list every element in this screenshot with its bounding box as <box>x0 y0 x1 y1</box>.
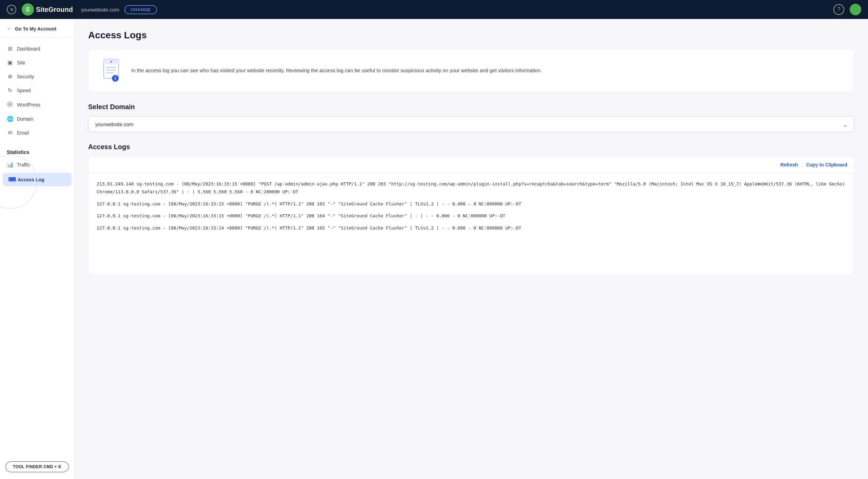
goto-account-link[interactable]: ← Go To My Account <box>0 19 74 38</box>
logo-text: SiteGround <box>36 6 73 14</box>
sidebar-item-label: Speed <box>17 88 31 93</box>
help-icon: ? <box>837 6 841 13</box>
sidebar-access-log-label: Access Log <box>18 177 44 182</box>
sidebar-item-label: Security <box>17 74 34 79</box>
goto-account-label: Go To My Account <box>15 26 56 32</box>
copy-to-clipboard-button[interactable]: Copy to Clipboard <box>806 162 847 167</box>
tool-finder-button[interactable]: TOOL FINDER CMD + K <box>5 461 69 472</box>
main-layout: ← Go To My Account ⊞ Dashboard ▣ Site ⊕ … <box>0 19 868 479</box>
info-banner-text: In the access log you can see who has vi… <box>131 66 542 75</box>
domain-icon: 🌐 <box>7 116 13 122</box>
current-domain: yourwebsite.com <box>81 7 119 13</box>
sidebar-item-label: Domain <box>17 116 33 122</box>
sidebar-item-security[interactable]: ⊕ Security <box>0 69 74 83</box>
page-title: Access Logs <box>88 30 854 41</box>
info-banner: i In the access log you can see who has … <box>88 49 854 92</box>
sidebar-item-site[interactable]: ▣ Site <box>0 56 74 69</box>
logo: S SiteGround <box>22 3 73 16</box>
logs-section: Refresh Copy to Clipboard 213.91.249.148… <box>88 156 854 275</box>
logs-toolbar: Refresh Copy to Clipboard <box>88 156 854 173</box>
wordpress-icon: Ⓦ <box>7 101 13 108</box>
topnav-right-actions: ? <box>833 4 861 15</box>
sidebar-navigation: ⊞ Dashboard ▣ Site ⊕ Security ↻ Speed Ⓦ … <box>0 38 74 144</box>
email-icon: ✉ <box>7 129 13 136</box>
sidebar-item-label: WordPress <box>17 102 40 107</box>
log-entry-4: 127.0.0.1 sg-testing.com - [08/May/2023:… <box>97 224 846 232</box>
select-domain-title: Select Domain <box>88 103 854 111</box>
sidebar-traffic-label: Traffic <box>17 162 30 167</box>
sidebar: ← Go To My Account ⊞ Dashboard ▣ Site ⊕ … <box>0 19 75 479</box>
sidebar-item-domain[interactable]: 🌐 Domain <box>0 112 74 126</box>
sidebar-item-email[interactable]: ✉ Email <box>0 126 74 140</box>
refresh-button[interactable]: Refresh <box>781 162 798 167</box>
sidebar-item-label: Dashboard <box>17 46 40 52</box>
log-entry-2: 127.0.0.1 sg-testing.com - [08/May/2023:… <box>97 200 846 208</box>
sidebar-item-access-log[interactable]: ⌨ Access Log <box>3 173 72 186</box>
user-avatar[interactable] <box>850 4 861 15</box>
site-icon: ▣ <box>7 59 13 66</box>
log-entry-1: 213.91.249.148 sg-testing.com - [08/May/… <box>97 180 846 196</box>
svg-point-5 <box>110 61 112 63</box>
sidebar-item-dashboard[interactable]: ⊞ Dashboard <box>0 42 74 56</box>
access-logs-section-title: Access Logs <box>88 143 854 151</box>
traffic-icon: 📊 <box>7 161 13 168</box>
speed-icon: ↻ <box>7 87 13 94</box>
sidebar-item-traffic[interactable]: 📊 Traffic <box>0 158 74 172</box>
main-content: Access Logs i In the access log you can … <box>75 19 868 479</box>
svg-text:i: i <box>115 76 116 81</box>
domain-select[interactable]: yourwebsite.com <box>88 116 854 132</box>
back-arrow-icon: ← <box>7 26 12 32</box>
security-icon: ⊕ <box>7 73 13 80</box>
top-navigation: ✕ S SiteGround yourwebsite.com CHANGE ? <box>0 0 868 19</box>
close-button[interactable]: ✕ <box>7 5 16 14</box>
sidebar-item-label: Site <box>17 60 25 65</box>
change-domain-button[interactable]: CHANGE <box>124 5 157 14</box>
logs-content: 213.91.249.148 sg-testing.com - [08/May/… <box>88 173 854 275</box>
statistics-section-header: Statistics <box>0 144 74 158</box>
access-log-icon: ⌨ <box>8 176 14 183</box>
domain-select-wrapper: yourwebsite.com ⌄ <box>88 116 854 132</box>
log-entry-3: 127.0.0.1 sg-testing.com - [08/May/2023:… <box>97 212 846 220</box>
sidebar-item-label: Email <box>17 130 29 136</box>
help-button[interactable]: ? <box>833 4 844 15</box>
logo-icon: S <box>22 3 34 16</box>
close-icon: ✕ <box>9 6 14 13</box>
sidebar-item-speed[interactable]: ↻ Speed <box>0 83 74 97</box>
info-banner-icon: i <box>99 59 123 82</box>
sidebar-item-wordpress[interactable]: Ⓦ WordPress <box>0 97 74 112</box>
dashboard-icon: ⊞ <box>7 45 13 52</box>
